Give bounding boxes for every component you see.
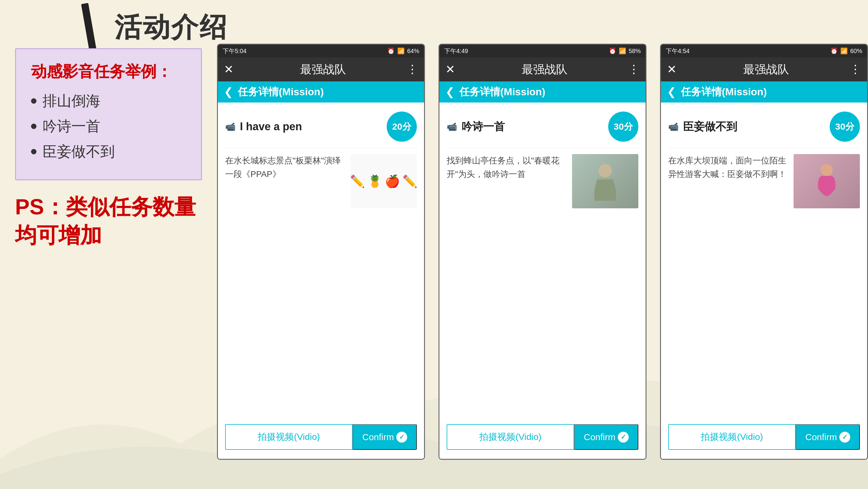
confirm-check-icon-1: ✓: [396, 432, 407, 442]
score-badge-2: 30分: [608, 112, 638, 142]
nav-title-2: 最强战队: [461, 62, 628, 77]
page-title: 活动介绍: [115, 9, 228, 46]
sub-nav-3: ❮ 任务详情(Mission): [661, 82, 867, 102]
task-desc-1: 在水长城标志景点"板栗林"演绎一段《PPAP》: [225, 154, 344, 181]
confirm-check-icon-3: ✓: [839, 432, 850, 442]
confirm-button-2[interactable]: Confirm ✓: [574, 424, 638, 450]
content-1: 📹 I have a pen 20分 在水长城标志景点"板栗林"演绎一段《PPA…: [218, 102, 424, 459]
task-desc-row-3: 在水库大坝顶端，面向一位陌生异性游客大喊：臣妾做不到啊！: [668, 154, 860, 418]
phone-1: 下午5:04 ⏰ 📶 64% ✕ 最强战队 ⋮ ❮ 任务详情(Mission) …: [217, 44, 425, 460]
task-image-2: [572, 154, 638, 208]
time-3: 下午4:54: [666, 47, 689, 55]
task-title-row-3: 📹 臣妾做不到: [668, 119, 737, 134]
video-button-1[interactable]: 拍摄视频(Vidio): [225, 424, 352, 450]
bullet-icon: [31, 98, 36, 104]
task-name-1: I have a pen: [240, 120, 302, 133]
ps-text: PS：类似任务数量均可增加: [15, 193, 202, 249]
phones-container: 下午5:04 ⏰ 📶 64% ✕ 最强战队 ⋮ ❮ 任务详情(Mission) …: [217, 44, 868, 460]
task-desc-3: 在水库大坝顶端，面向一位陌生异性游客大喊：臣妾做不到啊！: [668, 154, 787, 181]
task-header-3: 📹 臣妾做不到 30分: [668, 112, 860, 142]
video-camera-icon-1: 📹: [225, 122, 236, 132]
status-bar-1: 下午5:04 ⏰ 📶 64%: [218, 44, 424, 57]
divider-3: [668, 148, 860, 148]
nav-bar-3: ✕ 最强战队 ⋮: [661, 57, 867, 82]
phone-3: 下午4:54 ⏰ 📶 60% ✕ 最强战队 ⋮ ❮ 任务详情(Mission) …: [660, 44, 868, 460]
content-2: 📹 吟诗一首 30分 找到蜂山亭任务点，以"春暖花开"为头，做吟诗一首: [439, 102, 646, 459]
score-badge-3: 30分: [830, 112, 860, 142]
nav-bar-1: ✕ 最强战队 ⋮: [218, 57, 424, 82]
sub-nav-2: ❮ 任务详情(Mission): [439, 82, 646, 102]
nav-title-1: 最强战队: [240, 62, 407, 77]
task-header-2: 📹 吟诗一首 30分: [447, 112, 638, 142]
task-image-3: [794, 154, 860, 208]
divider-1: [225, 148, 417, 148]
task-title-row-2: 📹 吟诗一首: [447, 119, 505, 134]
person-image-3: [794, 154, 860, 208]
sub-nav-1: ❮ 任务详情(Mission): [218, 82, 424, 102]
nav-bar-2: ✕ 最强战队 ⋮: [439, 57, 646, 82]
task-desc-row-2: 找到蜂山亭任务点，以"春暖花开"为头，做吟诗一首: [447, 154, 638, 418]
sub-nav-title-3: 任务详情(Mission): [681, 85, 767, 99]
battery-3: 60%: [850, 48, 862, 55]
svg-rect-0: [81, 3, 96, 52]
status-icons-1: ⏰ 📶 64%: [387, 47, 419, 55]
action-row-3: 拍摄视频(Vidio) Confirm ✓: [668, 424, 860, 450]
action-row-1: 拍摄视频(Vidio) Confirm ✓: [225, 424, 417, 450]
nav-title-3: 最强战队: [683, 62, 849, 77]
status-bar-3: 下午4:54 ⏰ 📶 60%: [661, 44, 867, 57]
confirm-button-3[interactable]: Confirm ✓: [796, 424, 860, 450]
action-row-2: 拍摄视频(Vidio) Confirm ✓: [447, 424, 638, 450]
time-1: 下午5:04: [223, 47, 247, 55]
sub-nav-title-1: 任务详情(Mission): [238, 85, 324, 99]
divider-2: [447, 148, 638, 148]
info-item-1: 排山倒海: [31, 91, 186, 111]
menu-icon-1[interactable]: ⋮: [407, 63, 418, 76]
confirm-check-icon-2: ✓: [618, 432, 629, 442]
task-header-1: 📹 I have a pen 20分: [225, 112, 417, 142]
task-image-1: ✏️ 🍍 🍎 ✏️: [350, 154, 417, 208]
close-icon-2[interactable]: ✕: [445, 63, 455, 76]
status-bar-2: 下午4:49 ⏰ 📶 58%: [439, 44, 646, 57]
person-image-2: [572, 154, 638, 208]
sub-nav-title-2: 任务详情(Mission): [459, 85, 545, 99]
task-name-3: 臣妾做不到: [683, 119, 737, 134]
info-item-2: 吟诗一首: [31, 117, 186, 136]
info-box-title: 动感影音任务举例：: [31, 61, 186, 82]
menu-icon-2[interactable]: ⋮: [628, 63, 640, 76]
phone-2: 下午4:49 ⏰ 📶 58% ✕ 最强战队 ⋮ ❮ 任务详情(Mission) …: [438, 44, 647, 460]
bullet-icon: [31, 124, 36, 129]
svg-point-3: [598, 164, 612, 177]
video-camera-icon-3: 📹: [668, 122, 679, 132]
battery-2: 58%: [629, 48, 641, 55]
content-3: 📹 臣妾做不到 30分 在水库大坝顶端，面向一位陌生异性游客大喊：臣妾做不到啊！: [661, 102, 867, 459]
ppap-image: ✏️ 🍍 🍎 ✏️: [350, 154, 417, 208]
info-item-3: 臣妾做不到: [31, 142, 186, 161]
back-icon-1[interactable]: ❮: [224, 86, 233, 98]
video-button-2[interactable]: 拍摄视频(Vidio): [447, 424, 574, 450]
confirm-button-1[interactable]: Confirm ✓: [352, 424, 417, 450]
status-icons-2: ⏰ 📶 58%: [609, 47, 641, 55]
score-badge-1: 20分: [387, 112, 417, 142]
task-name-2: 吟诗一首: [461, 119, 505, 134]
close-icon-3[interactable]: ✕: [667, 63, 677, 76]
video-camera-icon-2: 📹: [447, 122, 457, 132]
task-title-row-1: 📹 I have a pen: [225, 120, 302, 133]
info-box: 动感影音任务举例： 排山倒海 吟诗一首 臣妾做不到: [15, 48, 202, 180]
close-icon-1[interactable]: ✕: [224, 63, 234, 76]
back-icon-2[interactable]: ❮: [445, 86, 455, 98]
task-desc-row-1: 在水长城标志景点"板栗林"演绎一段《PPAP》 ✏️ 🍍 🍎 ✏️: [225, 154, 417, 418]
time-2: 下午4:49: [444, 47, 468, 55]
battery-1: 64%: [407, 48, 419, 55]
bullet-icon: [31, 149, 36, 154]
back-icon-3[interactable]: ❮: [667, 86, 676, 98]
menu-icon-3[interactable]: ⋮: [849, 63, 861, 76]
task-desc-2: 找到蜂山亭任务点，以"春暖花开"为头，做吟诗一首: [447, 154, 566, 181]
status-icons-3: ⏰ 📶 60%: [830, 47, 862, 55]
svg-point-5: [821, 164, 833, 176]
video-button-3[interactable]: 拍摄视频(Vidio): [668, 424, 796, 450]
